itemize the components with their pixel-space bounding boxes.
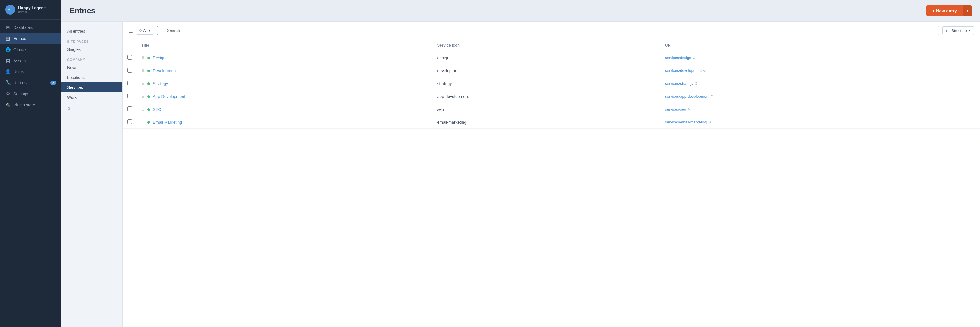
top-header: Entries + New entry ▾	[61, 0, 980, 22]
main-content: Entries + New entry ▾ All entries SITE P…	[61, 0, 980, 327]
row-title-cell: ⠿ App Development	[137, 90, 433, 103]
brand-name: Happy Lager	[18, 6, 43, 10]
sidebar-item-users[interactable]: 👤 Users	[0, 66, 61, 77]
row-checkbox-cell	[123, 90, 137, 103]
section-settings-icon[interactable]: ⚙	[67, 106, 71, 111]
new-entry-dropdown-button[interactable]: ▾	[963, 5, 972, 16]
table-row: ⠿ Development development services/devel…	[123, 64, 980, 77]
row-uri-cell: services/development ⊙	[660, 64, 980, 77]
sidebar-item-label: Utilities	[13, 80, 27, 85]
table-row: ⠿ Strategy strategy services/strategy ⊙	[123, 77, 980, 90]
row-service-icon-cell: email-marketing	[433, 116, 660, 129]
utilities-icon: 🔧	[5, 80, 11, 85]
sidebar-item-plugin-store[interactable]: 🔌 Plugin store	[0, 99, 61, 110]
work-nav-item[interactable]: Work	[61, 93, 123, 102]
table-toolbar: All ▾ 🔍 ≔ Structure ▾	[123, 22, 980, 40]
search-input[interactable]	[157, 26, 939, 35]
status-filter[interactable]: All ▾	[136, 27, 154, 35]
new-entry-button[interactable]: + New entry	[926, 5, 963, 16]
sidebar-item-dashboard[interactable]: ⊞ Dashboard	[0, 22, 61, 33]
drag-handle-icon[interactable]: ⠿	[142, 120, 144, 124]
uri-link[interactable]: services/strategy ⊙	[665, 81, 975, 86]
company-section-label: COMPANY	[61, 54, 123, 62]
col-title: Title	[137, 40, 433, 51]
row-checkbox[interactable]	[127, 55, 132, 60]
sidebar-item-label: Users	[13, 69, 24, 74]
row-checkbox[interactable]	[127, 81, 132, 85]
secondary-sidebar-footer: ⚙	[61, 102, 123, 115]
utilities-badge: 2	[50, 81, 56, 85]
table-row: ⠿ Design design services/design ⊙	[123, 51, 980, 64]
sidebar-item-entries[interactable]: ▤ Entries	[0, 33, 61, 44]
structure-label: Structure	[951, 29, 967, 33]
structure-icon: ≔	[946, 29, 950, 33]
uri-link[interactable]: services/seo ⊙	[665, 107, 975, 112]
sidebar-item-utilities[interactable]: 🔧 Utilities 2	[0, 77, 61, 88]
external-link-icon: ⊙	[692, 56, 695, 60]
drag-handle-icon[interactable]: ⠿	[142, 56, 144, 60]
brand-logo[interactable]: HL Happy Lager ▾ admin	[0, 0, 61, 19]
status-dot	[147, 83, 150, 85]
sidebar-item-globals[interactable]: 🌐 Globals	[0, 44, 61, 55]
new-entry-btn-group: + New entry ▾	[926, 5, 972, 16]
entry-title-link[interactable]: Strategy	[153, 81, 168, 86]
all-entries-nav-item[interactable]: All entries	[61, 26, 123, 36]
table-row: ⠿ SEO seo services/seo ⊙	[123, 103, 980, 116]
row-checkbox[interactable]	[127, 68, 132, 73]
status-filter-chevron-icon: ▾	[149, 29, 151, 33]
row-checkbox-cell	[123, 116, 137, 129]
services-nav-item[interactable]: Services	[61, 83, 123, 93]
sidebar-item-assets[interactable]: 🖼 Assets	[0, 55, 61, 66]
drag-handle-icon[interactable]: ⠿	[142, 107, 144, 112]
singles-nav-item[interactable]: Singles	[61, 45, 123, 54]
drag-handle-icon[interactable]: ⠿	[142, 94, 144, 99]
brand-chevron-icon: ▾	[44, 6, 46, 10]
structure-button[interactable]: ≔ Structure ▾	[942, 26, 974, 35]
external-link-icon: ⊙	[708, 120, 711, 124]
dropdown-chevron-icon: ▾	[967, 9, 968, 13]
users-icon: 👤	[5, 69, 11, 74]
uri-link[interactable]: services/app-development ⊙	[665, 94, 975, 99]
status-filter-label: All	[143, 29, 147, 33]
row-checkbox[interactable]	[127, 94, 132, 98]
select-all-checkbox[interactable]	[129, 28, 133, 33]
sidebar-item-label: Dashboard	[13, 25, 33, 30]
row-title-cell: ⠿ Strategy	[137, 77, 433, 90]
entries-icon: ▤	[5, 36, 11, 41]
row-checkbox[interactable]	[127, 107, 132, 111]
entry-title-link[interactable]: App Development	[153, 94, 185, 99]
row-title-cell: ⠿ Design	[137, 51, 433, 64]
entry-title-link[interactable]: Development	[153, 69, 177, 73]
uri-link[interactable]: services/development ⊙	[665, 69, 975, 73]
row-service-icon-cell: seo	[433, 103, 660, 116]
drag-handle-icon[interactable]: ⠿	[142, 81, 144, 86]
col-uri: URI	[660, 40, 980, 51]
news-nav-item[interactable]: News	[61, 62, 123, 73]
entries-table: Title Service Icon URI ⠿ Design design s…	[123, 40, 980, 129]
status-dot	[147, 70, 150, 72]
secondary-sidebar: All entries SITE PAGES Singles COMPANY N…	[61, 22, 123, 327]
entry-title-link[interactable]: Email Marketing	[153, 120, 182, 124]
plugin-store-icon: 🔌	[5, 102, 11, 108]
status-dot	[147, 108, 150, 111]
col-service-icon: Service Icon	[433, 40, 660, 51]
brand-initials: HL	[5, 5, 15, 14]
external-link-icon: ⊙	[687, 107, 690, 111]
sidebar-item-settings[interactable]: ⚙ Settings	[0, 88, 61, 99]
drag-handle-icon[interactable]: ⠿	[142, 69, 144, 73]
uri-link[interactable]: services/design ⊙	[665, 56, 975, 60]
external-link-icon: ⊙	[703, 69, 706, 73]
row-checkbox-cell	[123, 64, 137, 77]
uri-link[interactable]: services/email-marketing ⊙	[665, 120, 975, 124]
table-area: All ▾ 🔍 ≔ Structure ▾ Titl	[123, 22, 980, 327]
col-checkbox	[123, 40, 137, 51]
locations-nav-item[interactable]: Locations	[61, 73, 123, 83]
entry-title-link[interactable]: SEO	[153, 107, 162, 112]
row-checkbox[interactable]	[127, 119, 132, 124]
row-service-icon-cell: development	[433, 64, 660, 77]
row-checkbox-cell	[123, 77, 137, 90]
dashboard-icon: ⊞	[5, 25, 11, 30]
row-title-cell: ⠿ Development	[137, 64, 433, 77]
entry-title-link[interactable]: Design	[153, 56, 165, 60]
brand-role: admin	[18, 10, 46, 14]
